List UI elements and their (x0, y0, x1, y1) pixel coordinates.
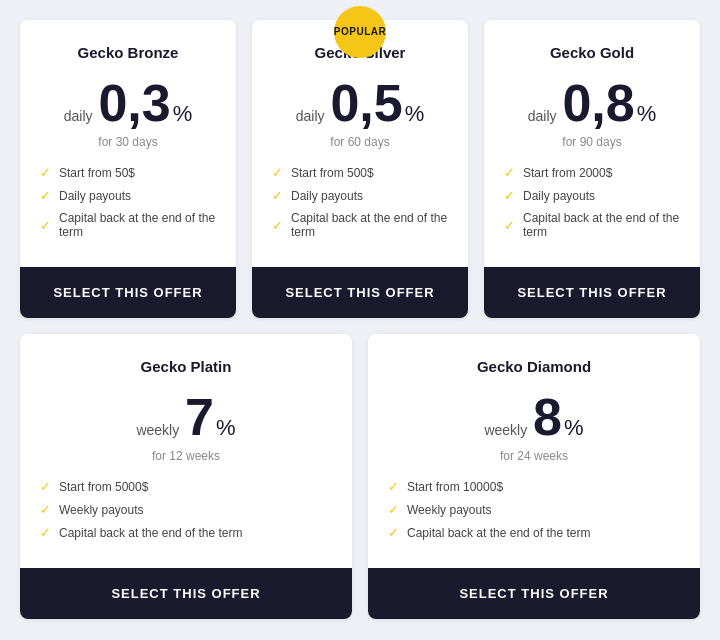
rate-label-diamond: weekly (484, 422, 531, 438)
feature-text: Weekly payouts (407, 503, 492, 517)
check-icon: ✓ (272, 218, 283, 233)
rate-percent-silver: % (405, 101, 425, 127)
check-icon: ✓ (40, 479, 51, 494)
plan-card-gold: Gecko Golddaily 0,8 %for 90 days✓Start f… (484, 20, 700, 318)
check-icon: ✓ (504, 218, 515, 233)
top-row: Gecko Bronzedaily 0,3 %for 30 days✓Start… (20, 20, 700, 318)
feature-text: Daily payouts (59, 189, 131, 203)
check-icon: ✓ (388, 525, 399, 540)
rate-number-gold: 0,8 (562, 77, 634, 129)
rate-percent-platin: % (216, 415, 236, 441)
feature-item: ✓Weekly payouts (40, 502, 332, 517)
plan-title-diamond: Gecko Diamond (388, 358, 680, 375)
check-icon: ✓ (272, 165, 283, 180)
plans-container: Gecko Bronzedaily 0,3 %for 30 days✓Start… (20, 20, 700, 619)
feature-item: ✓Capital back at the end of the term (272, 211, 448, 239)
feature-text: Capital back at the end of the term (59, 526, 242, 540)
feature-item: ✓Start from 500$ (272, 165, 448, 180)
rate-percent-diamond: % (564, 415, 584, 441)
duration-silver: for 60 days (272, 135, 448, 149)
check-icon: ✓ (504, 165, 515, 180)
feature-item: ✓Capital back at the end of the term (40, 525, 332, 540)
rate-section-bronze: daily 0,3 % (40, 77, 216, 129)
rate-section-platin: weekly 7 % (40, 391, 332, 443)
select-button-diamond[interactable]: SELECT THIS OFFER (368, 568, 700, 619)
rate-label-platin: weekly (136, 422, 183, 438)
feature-text: Weekly payouts (59, 503, 144, 517)
check-icon: ✓ (388, 502, 399, 517)
feature-item: ✓Daily payouts (40, 188, 216, 203)
check-icon: ✓ (504, 188, 515, 203)
feature-text: Capital back at the end of the term (291, 211, 448, 239)
rate-section-gold: daily 0,8 % (504, 77, 680, 129)
feature-text: Start from 2000$ (523, 166, 612, 180)
features-gold: ✓Start from 2000$✓Daily payouts✓Capital … (504, 165, 680, 247)
select-button-silver[interactable]: SELECT THIS OFFER (252, 267, 468, 318)
features-silver: ✓Start from 500$✓Daily payouts✓Capital b… (272, 165, 448, 247)
plan-title-platin: Gecko Platin (40, 358, 332, 375)
feature-text: Start from 50$ (59, 166, 135, 180)
plan-card-diamond: Gecko Diamondweekly 8 %for 24 weeks✓Star… (368, 334, 700, 619)
feature-text: Capital back at the end of the term (59, 211, 216, 239)
select-button-platin[interactable]: SELECT THIS OFFER (20, 568, 352, 619)
check-icon: ✓ (40, 502, 51, 517)
feature-item: ✓Daily payouts (272, 188, 448, 203)
duration-platin: for 12 weeks (40, 449, 332, 463)
select-button-gold[interactable]: SELECT THIS OFFER (484, 267, 700, 318)
features-bronze: ✓Start from 50$✓Daily payouts✓Capital ba… (40, 165, 216, 247)
feature-item: ✓Capital back at the end of the term (388, 525, 680, 540)
rate-section-silver: daily 0,5 % (272, 77, 448, 129)
feature-item: ✓Capital back at the end of the term (40, 211, 216, 239)
popular-badge: POPULAR (334, 6, 386, 58)
rate-section-diamond: weekly 8 % (388, 391, 680, 443)
plan-title-gold: Gecko Gold (504, 44, 680, 61)
features-platin: ✓Start from 5000$✓Weekly payouts✓Capital… (40, 479, 332, 548)
feature-text: Start from 5000$ (59, 480, 148, 494)
duration-diamond: for 24 weeks (388, 449, 680, 463)
rate-number-bronze: 0,3 (98, 77, 170, 129)
check-icon: ✓ (40, 218, 51, 233)
feature-text: Daily payouts (523, 189, 595, 203)
feature-item: ✓Capital back at the end of the term (504, 211, 680, 239)
feature-item: ✓Start from 2000$ (504, 165, 680, 180)
rate-label-silver: daily (296, 108, 329, 124)
feature-text: Capital back at the end of the term (523, 211, 680, 239)
rate-number-silver: 0,5 (330, 77, 402, 129)
check-icon: ✓ (40, 165, 51, 180)
check-icon: ✓ (272, 188, 283, 203)
feature-item: ✓Start from 10000$ (388, 479, 680, 494)
feature-item: ✓Start from 5000$ (40, 479, 332, 494)
check-icon: ✓ (40, 525, 51, 540)
plan-card-platin: Gecko Platinweekly 7 %for 12 weeks✓Start… (20, 334, 352, 619)
duration-gold: for 90 days (504, 135, 680, 149)
check-icon: ✓ (40, 188, 51, 203)
feature-item: ✓Weekly payouts (388, 502, 680, 517)
rate-number-platin: 7 (185, 391, 214, 443)
plan-card-silver: POPULARGecko Silverdaily 0,5 %for 60 day… (252, 20, 468, 318)
rate-percent-bronze: % (173, 101, 193, 127)
feature-text: Capital back at the end of the term (407, 526, 590, 540)
plan-title-bronze: Gecko Bronze (40, 44, 216, 61)
select-button-bronze[interactable]: SELECT THIS OFFER (20, 267, 236, 318)
rate-percent-gold: % (637, 101, 657, 127)
feature-text: Start from 500$ (291, 166, 374, 180)
feature-item: ✓Start from 50$ (40, 165, 216, 180)
rate-label-bronze: daily (64, 108, 97, 124)
bottom-row: Gecko Platinweekly 7 %for 12 weeks✓Start… (20, 334, 700, 619)
check-icon: ✓ (388, 479, 399, 494)
feature-text: Daily payouts (291, 189, 363, 203)
rate-label-gold: daily (528, 108, 561, 124)
duration-bronze: for 30 days (40, 135, 216, 149)
feature-item: ✓Daily payouts (504, 188, 680, 203)
rate-number-diamond: 8 (533, 391, 562, 443)
feature-text: Start from 10000$ (407, 480, 503, 494)
features-diamond: ✓Start from 10000$✓Weekly payouts✓Capita… (388, 479, 680, 548)
plan-card-bronze: Gecko Bronzedaily 0,3 %for 30 days✓Start… (20, 20, 236, 318)
